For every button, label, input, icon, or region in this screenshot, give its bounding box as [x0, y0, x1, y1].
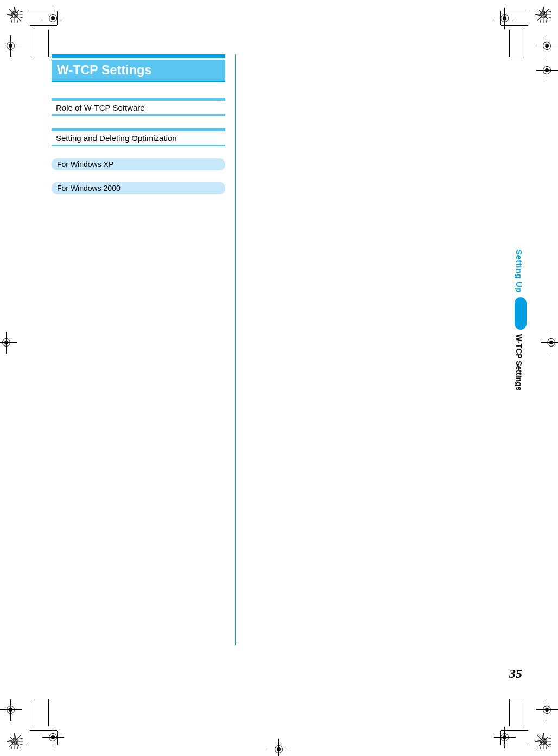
- registration-mark-icon: [42, 8, 64, 29]
- column-divider: [235, 54, 236, 645]
- registration-mark-icon: [494, 727, 516, 748]
- side-thumb-tab: Setting Up W-TCP Settings: [515, 249, 528, 390]
- page-number: 35: [509, 667, 522, 681]
- registration-mark-icon: [0, 35, 22, 57]
- print-marks-bottom-right: [482, 677, 558, 756]
- side-tab-category: Setting Up: [515, 249, 524, 296]
- starburst-icon: [535, 7, 551, 23]
- print-marks-top-right: [482, 0, 558, 79]
- left-column: W-TCP Settings Role of W-TCP Software Se…: [52, 54, 225, 206]
- starburst-icon: [7, 733, 23, 749]
- side-tab-badge: [515, 297, 527, 330]
- os-item-text: For Windows 2000: [57, 184, 121, 193]
- subsection-text: Role of W-TCP Software: [56, 103, 145, 112]
- side-tab-topic: W-TCP Settings: [515, 331, 523, 390]
- subsection-heading: Role of W-TCP Software: [52, 98, 225, 116]
- registration-mark-icon: [268, 739, 290, 756]
- registration-mark-icon: [42, 727, 64, 748]
- starburst-icon: [7, 7, 23, 23]
- page-content: W-TCP Settings Role of W-TCP Software Se…: [52, 54, 464, 651]
- subsection-heading: Setting and Deleting Optimization: [52, 128, 225, 146]
- registration-mark-icon: [536, 35, 558, 57]
- os-item: For Windows XP: [52, 158, 225, 170]
- registration-mark-icon: [0, 332, 17, 354]
- section-title-text: W-TCP Settings: [57, 63, 151, 77]
- print-marks-bottom-left: [0, 677, 76, 756]
- registration-mark-icon: [541, 332, 558, 354]
- registration-mark-icon: [536, 699, 558, 721]
- registration-mark-icon: [0, 699, 22, 721]
- registration-mark-icon: [494, 8, 516, 29]
- registration-mark-icon: [536, 60, 558, 81]
- os-item: For Windows 2000: [52, 182, 225, 194]
- section-title: W-TCP Settings: [52, 54, 225, 82]
- subsection-text: Setting and Deleting Optimization: [56, 133, 177, 143]
- os-item-text: For Windows XP: [57, 160, 113, 169]
- starburst-icon: [535, 733, 551, 749]
